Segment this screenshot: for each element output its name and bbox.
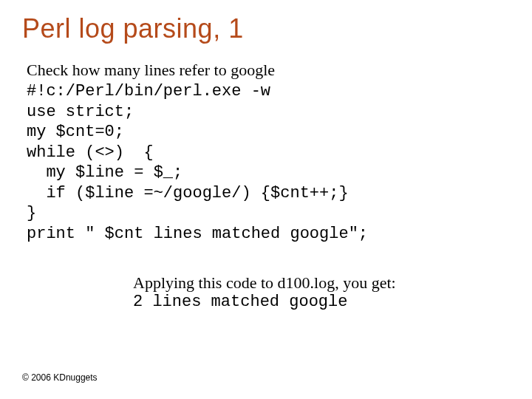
footer-copyright: © 2006 KDnuggets — [22, 372, 98, 383]
result-intro: Applying this code to d100.log, you get: — [133, 273, 510, 293]
result-block: Applying this code to d100.log, you get:… — [133, 273, 510, 311]
slide: Perl log parsing, 1 Check how many lines… — [0, 0, 532, 399]
intro-text: Check how many lines refer to google — [27, 61, 510, 80]
result-output: 2 lines matched google — [133, 293, 510, 311]
code-block: #!c:/Perl/bin/perl.exe -w use strict; my… — [27, 81, 510, 244]
slide-title: Perl log parsing, 1 — [22, 13, 510, 44]
